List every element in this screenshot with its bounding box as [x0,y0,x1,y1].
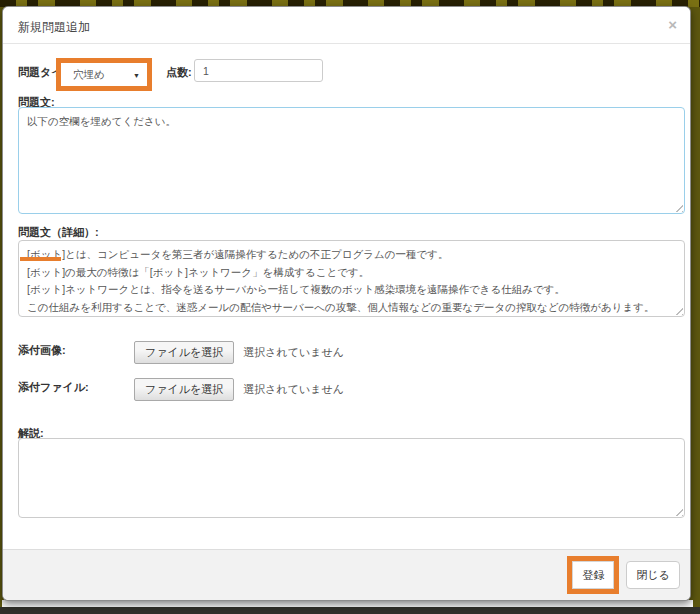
attached-image-choose-file-button[interactable]: ファイルを選択 [134,341,234,364]
submit-button[interactable]: 登録 [572,561,614,589]
question-type-select[interactable]: 穴埋め ▼ [61,63,147,86]
explanation-wrapper [18,438,685,518]
attached-image-file-input: ファイルを選択 選択されていません [134,341,344,364]
close-icon[interactable]: × [668,17,677,32]
question-type-selected-value: 穴埋め [73,68,105,82]
attached-file-label: 添付ファイル: [18,380,89,395]
points-label: 点数: [166,65,192,80]
points-input[interactable] [194,59,323,82]
annotation-box-submit: 登録 [567,556,619,594]
add-question-modal: 新規問題追加 × 問題タイプ 穴埋め ▼ 点数: 問題文: 以下の空欄を埋めてく… [2,6,691,601]
modal-header: 新規問題追加 × [3,7,690,44]
explanation-textarea[interactable] [18,438,685,518]
modal-footer: 登録 閉じる [3,549,690,600]
annotation-box-question-type: 穴埋め ▼ [56,58,152,91]
close-button[interactable]: 閉じる [626,561,680,589]
modal-title: 新規問題追加 [18,19,90,36]
chevron-down-icon: ▼ [133,71,140,78]
backdrop-bottom-band [0,607,700,614]
attached-file-file-input: ファイルを選択 選択されていません [134,378,344,401]
attached-image-status: 選択されていません [243,345,344,360]
question-detail-textarea[interactable]: [ボット]とは、コンピュータを第三者が遠隔操作するための不正プログラムの一種です… [18,240,685,317]
question-detail-label: 問題文（詳細）: [18,225,99,240]
question-detail-wrapper: [ボット]とは、コンピュータを第三者が遠隔操作するための不正プログラムの一種です… [18,240,685,317]
question-text-textarea[interactable]: 以下の空欄を埋めてください。 [18,107,685,214]
attached-file-status: 選択されていません [243,382,344,397]
attached-file-choose-file-button[interactable]: ファイルを選択 [134,378,234,401]
attached-image-label: 添付画像: [18,343,66,358]
question-text-wrapper: 以下の空欄を埋めてください。 [18,107,685,214]
